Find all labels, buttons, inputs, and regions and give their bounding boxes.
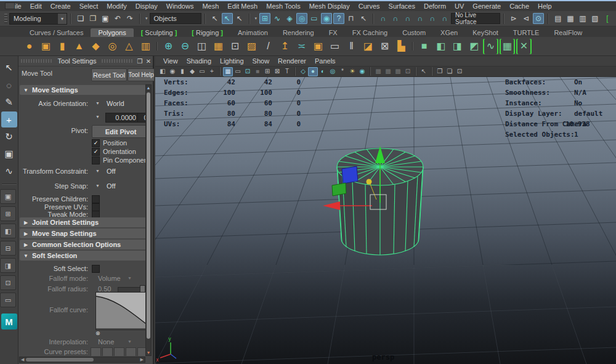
open-scene-icon[interactable]: ❐ (87, 13, 99, 24)
make-object-live-icon[interactable]: ◉ (321, 13, 332, 24)
grid-icon[interactable]: ▦ (223, 67, 233, 76)
smooth-icon[interactable]: ▦ (211, 39, 226, 54)
menu-renderer[interactable]: Renderer (274, 57, 310, 65)
menu-uv[interactable]: UV (450, 2, 468, 10)
shelf-tab-animation[interactable]: Animation (230, 28, 275, 37)
section-move-settings[interactable]: ▼ Move Settings (20, 85, 146, 95)
scale-tool[interactable]: ▣ (1, 146, 17, 162)
menu-edit[interactable]: Edit (26, 2, 46, 10)
shelf-tab-xgen[interactable]: XGen (433, 28, 465, 37)
chevron-down-icon[interactable]: ▼ (95, 101, 100, 105)
shelf-tab-fx-caching[interactable]: FX Caching (345, 28, 395, 37)
render-current-frame-icon[interactable]: ▦ (565, 13, 576, 24)
menu-cache[interactable]: Cache (505, 2, 533, 10)
scrollbar-thumb[interactable] (26, 358, 94, 362)
xray-joints-icon[interactable]: ▩ (383, 67, 393, 76)
layout-persp-outliner-icon[interactable]: ◧ (0, 224, 16, 238)
separate-icon[interactable]: ⊖ (177, 39, 193, 54)
layout-custom-icon[interactable]: ▭ (0, 293, 16, 307)
pin-component-pivot-checkbox[interactable] (92, 156, 100, 164)
pane-layout-b-icon[interactable]: ❏ (445, 67, 455, 76)
safe-title-icon[interactable]: T (282, 67, 292, 76)
uv-editor-icon[interactable]: ▦ (500, 39, 515, 54)
sculpt-tool-icon[interactable]: ■ (416, 39, 432, 54)
gate-mask-icon[interactable]: ■ (253, 67, 262, 76)
layout-four-pane-icon[interactable]: ⊞ (0, 206, 16, 221)
shelf-tab-turtle[interactable]: TURTLE (506, 28, 547, 37)
snap-to-curve-icon[interactable]: ∿ (272, 13, 283, 24)
drag-handle[interactable] (102, 59, 134, 63)
menu-mesh-display[interactable]: Mesh Display (305, 2, 354, 10)
highlight-selection-icon[interactable]: ↖ (358, 13, 369, 24)
poly-pyramid-icon[interactable]: △ (121, 39, 137, 54)
create-polygon-icon[interactable]: / (261, 39, 276, 54)
snap-to-grid-icon[interactable]: ⊞ (259, 13, 270, 24)
vertical-scrollbar[interactable]: ▲ ▼ (145, 84, 152, 356)
poly-cone-icon[interactable]: ▲ (71, 39, 87, 54)
lock-selection-icon[interactable]: ⊓ (346, 13, 357, 24)
poly-cylinder-icon[interactable]: ▮ (55, 39, 70, 54)
menu-display[interactable]: Display (131, 2, 162, 10)
field-chart-icon[interactable]: ⊞ (262, 67, 272, 76)
scroll-left-icon[interactable]: ◀ (21, 357, 24, 362)
quad-layout-icon[interactable]: ▙ (394, 39, 409, 54)
sculpt-smooth-icon[interactable]: ◧ (433, 39, 448, 54)
snap-to-projected-center-icon[interactable]: ◎ (296, 13, 307, 24)
menu-panels[interactable]: Panels (310, 57, 340, 65)
exposure-icon[interactable]: ⊡ (403, 67, 413, 76)
curve-preset-2[interactable] (102, 347, 113, 356)
live-surface-field[interactable]: No Live Surface (451, 13, 500, 24)
menu-set-selector[interactable]: Modeling ▼ (9, 13, 67, 25)
snap-point-magnet-icon[interactable]: ∩ (402, 13, 413, 24)
construction-history-icon[interactable]: ⊙ (533, 13, 544, 24)
bookmarks-icon[interactable]: ◆ (187, 67, 197, 76)
scrollbar-thumb[interactable] (147, 92, 150, 339)
axis-orientation-value[interactable]: World (107, 100, 124, 107)
paint-select-tool[interactable]: ✎ (1, 94, 17, 110)
chevron-down-icon[interactable]: ▾ (255, 16, 257, 21)
falloff-curve-widget[interactable] (95, 292, 147, 330)
select-by-component-icon[interactable]: ↖ (234, 13, 245, 24)
menu-view[interactable]: View (159, 57, 182, 65)
chevron-down-icon[interactable]: ▼ (95, 115, 100, 119)
menu-surfaces[interactable]: Surfaces (384, 2, 419, 10)
xgen-bracket-icon[interactable]: [ (602, 13, 613, 24)
snap-surface-magnet-icon[interactable]: ∩ (439, 13, 450, 24)
soft-select-checkbox[interactable] (92, 265, 100, 273)
tool-settings-header[interactable]: Tool Settings ❐ ✕ (18, 56, 153, 67)
menu-windows[interactable]: Windows (162, 2, 198, 10)
fill-hole-icon[interactable]: ▨ (244, 39, 259, 54)
redo-icon[interactable]: ↷ (124, 13, 136, 24)
shelf-tab-keyshot[interactable]: KeyShot (465, 28, 506, 37)
menu-mesh[interactable]: Mesh (198, 2, 223, 10)
snap-grid-magnet-icon[interactable]: ∩ (378, 13, 389, 24)
textured-mode-icon[interactable]: ● (308, 67, 318, 76)
horizontal-scrollbar[interactable]: ◀ ▶ (19, 357, 145, 363)
menu-create[interactable]: Create (46, 2, 75, 10)
layout-hypershade-icon[interactable]: ◨ (0, 258, 16, 273)
mirror-icon[interactable]: ◪ (360, 39, 376, 54)
shelf-tab-custom[interactable]: Custom (395, 28, 433, 37)
wrap-deformer-icon[interactable]: ∿ (483, 39, 498, 54)
manipulator-center-point[interactable] (367, 179, 372, 185)
manipulator-plane-handle[interactable] (332, 183, 346, 196)
viewport-canvas[interactable]: y x Verts:42420Edges:1001000Faces:60600T… (155, 77, 616, 364)
tool-help-button[interactable]: Tool Help (128, 68, 155, 81)
section-common-selection[interactable]: ▶ Common Selection Options (20, 240, 146, 249)
reset-tool-button[interactable]: Reset Tool (91, 68, 127, 81)
undo-icon[interactable]: ↶ (112, 13, 123, 24)
save-scene-icon[interactable]: ▣ (100, 13, 111, 24)
position-checkbox[interactable]: ✓ (92, 139, 100, 147)
move-x-field[interactable]: 0.0000 (105, 113, 139, 123)
project-icon[interactable]: ⊡ (227, 39, 243, 54)
menu-curves[interactable]: Curves (354, 2, 384, 10)
step-snap-value[interactable]: Off (107, 182, 115, 190)
pane-layout-a-icon[interactable]: ❐ (435, 67, 445, 76)
poly-plane-icon[interactable]: ◆ (88, 39, 103, 54)
menu-help[interactable]: Help (533, 2, 556, 10)
sculpt-relax-icon[interactable]: ◨ (450, 39, 465, 54)
poly-sphere-icon[interactable]: ● (22, 39, 37, 54)
menu-show[interactable]: Show (248, 57, 274, 65)
rotate-tool[interactable]: ↻ (1, 129, 17, 145)
soft-modification-tool[interactable]: ∿ (1, 163, 17, 179)
